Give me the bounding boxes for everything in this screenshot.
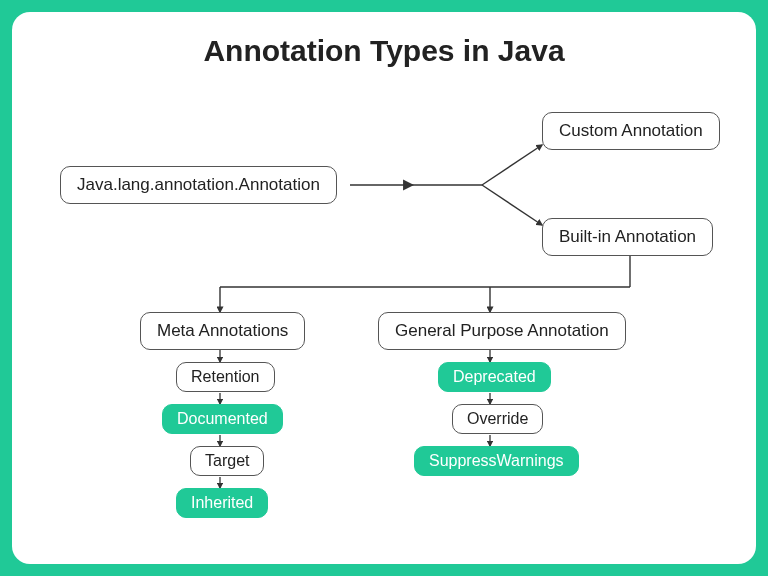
node-root: Java.lang.annotation.Annotation xyxy=(60,166,337,204)
node-custom-annotation: Custom Annotation xyxy=(542,112,720,150)
node-deprecated: Deprecated xyxy=(438,362,551,392)
diagram-canvas: Annotation Types in Java xyxy=(12,12,756,564)
node-general-purpose: General Purpose Annotation xyxy=(378,312,626,350)
connector-lines xyxy=(12,12,756,564)
node-override: Override xyxy=(452,404,543,434)
node-inherited: Inherited xyxy=(176,488,268,518)
node-target: Target xyxy=(190,446,264,476)
node-builtin-annotation: Built-in Annotation xyxy=(542,218,713,256)
node-meta-annotations: Meta Annotations xyxy=(140,312,305,350)
node-retention: Retention xyxy=(176,362,275,392)
svg-line-2 xyxy=(482,145,542,185)
diagram-title: Annotation Types in Java xyxy=(12,34,756,68)
svg-line-3 xyxy=(482,185,542,225)
node-suppresswarnings: SuppressWarnings xyxy=(414,446,579,476)
node-documented: Documented xyxy=(162,404,283,434)
